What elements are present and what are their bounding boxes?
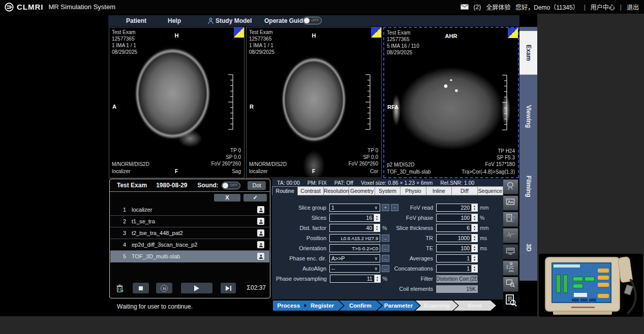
viewport-bottom-row: TOF_3D_multi-slab Tra>Cor(-4.8)>Sag(1.3) (387, 169, 515, 176)
viewport-3[interactable]: Test Exam 12577365 5 IMA 16 / 110 08/29/… (383, 27, 519, 178)
spin-field[interactable]: 11▲▼ (330, 275, 381, 283)
spinner-icon[interactable]: ▲▼ (471, 214, 477, 221)
spin-field[interactable]: 6▲▼ (436, 224, 478, 232)
param-row-fov-read: FoV read220▲▼mm (375, 203, 502, 213)
user-center-link[interactable]: 用户中心 (591, 3, 615, 11)
param-row-concatenations: Concatenations1▲▼ (375, 263, 502, 274)
param-tab-contrast[interactable]: Contrast (297, 186, 323, 195)
operate-guide-toggle[interactable]: OFF (303, 17, 322, 24)
viewport-2[interactable]: Test Exam 12577365 1 IMA 1 / 1 08/29/202… (246, 27, 382, 178)
sequence-name: TOF_3D_multi-slab (132, 253, 257, 259)
tab-3d[interactable]: 3D (519, 233, 537, 261)
total-scan-time: Σ02:37 (247, 284, 266, 291)
spin-field[interactable]: 1▲▼ (436, 264, 478, 273)
confirm-button[interactable]: ✓ (243, 194, 267, 202)
image-filters: M/NORM/DIS2D (112, 161, 149, 168)
mail-count[interactable]: (2) (474, 4, 481, 11)
delete-button[interactable] (114, 283, 125, 293)
tab-viewing[interactable]: Viewing (519, 93, 537, 140)
fullscreen-link[interactable]: 全屏体验 (486, 3, 510, 11)
process-step-scanning: Scanning (415, 300, 458, 311)
menu-patient[interactable]: Patient (126, 17, 146, 24)
workflow-tab-strip: ExamViewingFilming3D (519, 27, 537, 281)
text-field[interactable]: L0.6 A15.2 H27.9 (329, 234, 380, 242)
select-field[interactable]: --∨ (329, 264, 380, 273)
head-coil-icon (505, 181, 515, 193)
spin-field[interactable]: 100▲▼ (436, 244, 478, 252)
sequence-row-5[interactable]: 5 TOF_3D_multi-slab (110, 251, 269, 262)
filter-button[interactable]: Distortion Corr.(2D) (436, 275, 478, 283)
sequence-row-1[interactable]: 1 localizer (110, 204, 269, 216)
cancel-button[interactable]: X (214, 194, 240, 202)
text-field[interactable]: T>S-0.2>C0 (329, 244, 380, 252)
spin-field[interactable]: 220▲▼ (436, 204, 478, 212)
scale-ruler-icon (501, 75, 508, 130)
spin-field[interactable]: 1000▲▼ (436, 234, 478, 242)
dot-button[interactable]: Dot (248, 181, 266, 190)
image-view-button[interactable] (502, 195, 518, 211)
spinner-icon[interactable]: ▲▼ (471, 204, 477, 211)
spin-field[interactable]: 40▲▼ (329, 224, 380, 232)
sound-label: Sound: (198, 182, 219, 189)
menu-help[interactable]: Help (168, 17, 181, 24)
param-tab-routine[interactable]: Routine (272, 186, 297, 195)
param-tab-resolution[interactable]: Resolution (323, 186, 349, 195)
sequence-row-3[interactable]: 3 t2_tse_tra_448_pat2 (110, 227, 269, 239)
stop-button[interactable] (133, 283, 149, 293)
display-button[interactable] (502, 244, 518, 259)
spinner-icon[interactable]: ▲▼ (471, 255, 477, 262)
app-title: MR Simulation System (49, 3, 115, 11)
spin-field[interactable]: 16▲▼ (329, 214, 380, 222)
viewport-1[interactable]: Test Exam 12577365 1 IMA 1 / 1 08/29/202… (109, 27, 244, 178)
signal-chart-button[interactable] (502, 228, 518, 243)
person-badge-icon[interactable] (257, 253, 264, 260)
skip-button[interactable] (221, 283, 236, 293)
person-badge-icon[interactable] (257, 218, 264, 225)
select-field[interactable]: A>>P∨ (329, 254, 380, 262)
param-tab-geometry[interactable]: Geometry (349, 186, 374, 195)
person-badge-icon[interactable] (257, 241, 264, 248)
tab-filming[interactable]: Filming (519, 162, 537, 211)
report-search-button[interactable] (502, 293, 519, 310)
tab-exam[interactable]: Exam (519, 31, 537, 75)
sequence-row-2[interactable]: 2 t1_se_tra (110, 216, 269, 227)
device-body (545, 257, 620, 312)
injector-device-photo (539, 254, 643, 317)
logout-link[interactable]: 退出 (627, 3, 639, 11)
param-tab-inline[interactable]: Inline (426, 186, 451, 195)
play-button[interactable] (181, 283, 212, 293)
param-tab-sequence[interactable]: Sequence (477, 186, 503, 195)
card-sync-button[interactable] (502, 212, 518, 227)
sound-toggle[interactable]: OFF (222, 182, 240, 189)
mail-icon[interactable] (461, 4, 469, 10)
param-label: Position (276, 235, 329, 241)
brand-name: CLMRI (17, 3, 44, 11)
orientation-letter-top: H (247, 32, 381, 39)
spinner-icon[interactable]: ▲▼ (471, 245, 477, 252)
head-coil-button[interactable] (502, 179, 518, 194)
sar-indicator-button[interactable]: 44% (502, 260, 518, 276)
pause-button[interactable] (156, 283, 172, 293)
person-badge-icon[interactable] (257, 229, 264, 237)
separator: | (620, 4, 622, 11)
spinner-icon[interactable]: ▲▼ (471, 235, 477, 242)
toggle-state: OFF (312, 18, 320, 22)
image-params-overlay: TP 0 SP 0.0 FoV 260*260 (349, 147, 378, 167)
form-right-column: FoV read220▲▼mmFoV phase100▲▼%Slice thic… (375, 203, 502, 294)
search-image-button[interactable] (502, 277, 518, 292)
spin-field[interactable]: 1▲▼ (436, 254, 478, 262)
spinner-icon[interactable]: ▲▼ (471, 265, 477, 272)
user-greeting: 您好，Demo（11345） (515, 3, 579, 11)
param-tab-physio[interactable]: Physio (400, 186, 425, 195)
param-tab-system[interactable]: System (375, 186, 400, 195)
menu-study-model[interactable]: Study Model (216, 17, 252, 24)
spin-field[interactable]: 100▲▼ (436, 214, 478, 222)
select-field[interactable]: 1∨ (329, 204, 380, 212)
tool-column: 44% (502, 179, 519, 310)
person-badge-icon[interactable] (257, 206, 264, 213)
sequence-name: ep2d_diff_3scan_trace_p2 (132, 242, 257, 248)
sequence-row-4[interactable]: 4 ep2d_diff_3scan_trace_p2 (110, 239, 269, 251)
spinner-icon[interactable]: ▲▼ (471, 224, 477, 231)
unit-label: ms (480, 245, 487, 251)
param-tab-diff[interactable]: Diff (451, 186, 477, 195)
